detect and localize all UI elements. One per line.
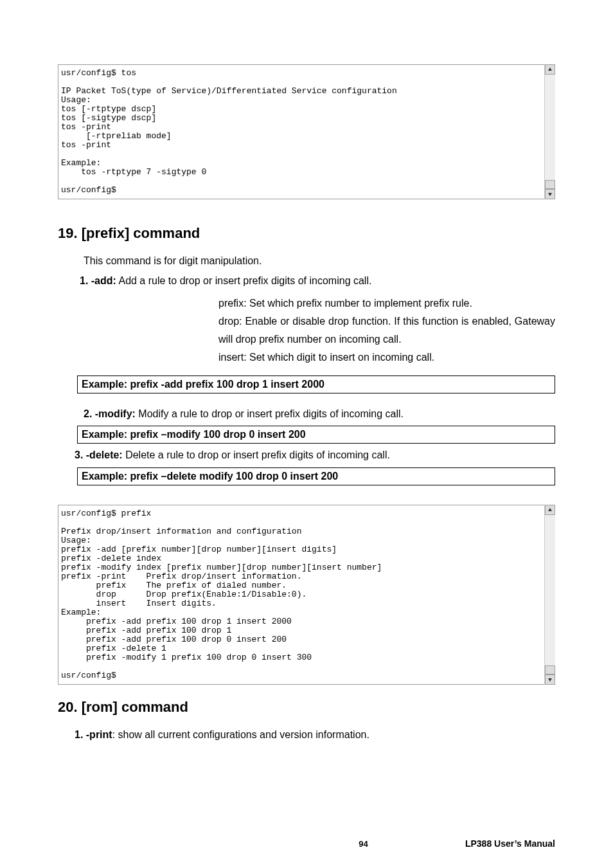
modify-text: Modify a rule to drop or insert prefix d… <box>136 408 404 419</box>
terminal-output: usr/config$ prefix Prefix drop/insert in… <box>58 505 555 685</box>
scroll-up-button[interactable] <box>545 505 555 515</box>
svg-marker-2 <box>548 508 552 511</box>
modify-label: 2. -modify: <box>84 408 136 419</box>
terminal-block-tos: usr/config$ tos IP Packet ToS(type of Se… <box>58 64 555 199</box>
document-page: usr/config$ tos IP Packet ToS(type of Se… <box>0 0 613 868</box>
scrollbar[interactable] <box>544 505 555 685</box>
modify-rule-line: 2. -modify: Modify a rule to drop or ins… <box>84 406 555 422</box>
add-text: Add a rule to drop or insert prefix digi… <box>116 275 372 286</box>
delete-label: 3. -delete: <box>75 449 123 460</box>
delete-text: Delete a rule to drop or insert prefix d… <box>123 449 390 460</box>
delete-rule-line: 3. -delete: Delete a rule to drop or ins… <box>75 448 555 464</box>
manual-title: LP388 User’s Manual <box>465 838 555 849</box>
scrollbar-track[interactable] <box>545 75 555 180</box>
terminal-block-prefix: usr/config$ prefix Prefix drop/insert in… <box>58 505 555 685</box>
scrollbar-thumb[interactable] <box>545 180 555 189</box>
scroll-down-button[interactable] <box>545 189 555 199</box>
chevron-up-icon <box>547 507 553 512</box>
section-heading-prefix: 19. [prefix] command <box>58 225 555 242</box>
page-number: 94 <box>262 839 465 849</box>
scroll-down-button[interactable] <box>545 674 555 685</box>
sub-prefix: prefix: Set which prefix number to imple… <box>218 294 555 312</box>
rom-print-line: 1. -print: show all current configuratio… <box>75 727 555 743</box>
print-text: : show all current configurations and ve… <box>112 729 369 740</box>
svg-marker-0 <box>548 68 552 71</box>
svg-marker-3 <box>548 678 552 682</box>
chevron-up-icon <box>547 67 553 72</box>
chevron-down-icon <box>547 192 553 197</box>
scrollbar-thumb[interactable] <box>545 665 555 674</box>
example-box-add: Example: prefix -add prefix 100 drop 1 i… <box>77 375 555 393</box>
chevron-down-icon <box>547 677 553 682</box>
add-rule-line: 1. -add: Add a rule to drop or insert pr… <box>80 273 555 289</box>
sub-insert: insert: Set which digit to insert on inc… <box>218 348 555 366</box>
example-box-modify: Example: prefix –modify 100 drop 0 inser… <box>77 426 555 444</box>
example-box-delete: Example: prefix –delete modify 100 drop … <box>77 467 555 485</box>
add-label: 1. -add: <box>80 275 116 286</box>
intro-text: This command is for digit manipulation. <box>84 253 555 269</box>
page-footer: 94 LP388 User’s Manual <box>58 838 555 849</box>
svg-marker-1 <box>548 193 552 196</box>
scrollbar-track[interactable] <box>545 515 555 665</box>
terminal-output: usr/config$ tos IP Packet ToS(type of Se… <box>58 64 555 199</box>
section-heading-rom: 20. [rom] command <box>58 699 555 716</box>
add-sublist: prefix: Set which prefix number to imple… <box>218 294 555 366</box>
scroll-up-button[interactable] <box>545 64 555 75</box>
sub-drop: drop: Enable or disable drop function. I… <box>218 312 555 348</box>
print-label: 1. -print <box>75 729 112 740</box>
scrollbar[interactable] <box>544 64 555 199</box>
